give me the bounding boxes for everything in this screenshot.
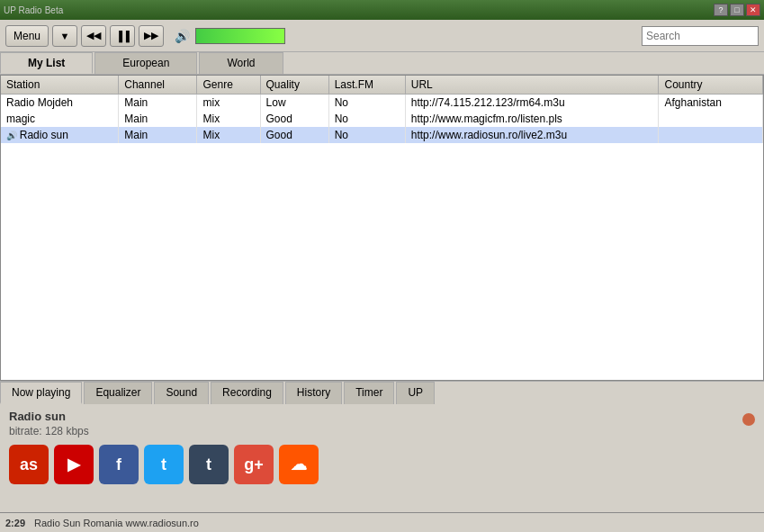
cell-lastfm: No bbox=[328, 111, 405, 127]
cell-channel: Main bbox=[119, 127, 197, 143]
col-quality: Quality bbox=[260, 76, 328, 95]
social-icons: as▶fttg+☁ bbox=[9, 445, 755, 484]
tab-recording[interactable]: Recording bbox=[211, 382, 283, 404]
volume-bar[interactable] bbox=[195, 28, 285, 44]
cell-quality: Good bbox=[260, 111, 328, 127]
cell-country bbox=[659, 111, 763, 127]
col-country: Country bbox=[659, 76, 763, 95]
tumblr-icon[interactable]: t bbox=[189, 445, 229, 484]
table-row[interactable]: magicMainMixGoodNohttp://www.magicfm.ro/… bbox=[1, 111, 763, 127]
twitter-icon[interactable]: t bbox=[144, 445, 184, 484]
next-button[interactable]: ▶▶ bbox=[139, 25, 164, 47]
prev-button[interactable]: ◀◀ bbox=[81, 25, 106, 47]
menu-button[interactable]: Menu bbox=[5, 25, 49, 47]
maximize-button[interactable]: □ bbox=[730, 4, 744, 16]
dropdown-button[interactable]: ▼ bbox=[52, 25, 77, 47]
station-table: Station Channel Genre Quality Last.FM UR… bbox=[1, 76, 763, 143]
app-subtitle: Beta bbox=[45, 5, 64, 15]
cell-channel: Main bbox=[119, 111, 197, 127]
status-text: Radio Sun Romania www.radiosun.ro bbox=[34, 518, 759, 528]
pause-button[interactable]: ▐▐ bbox=[110, 25, 135, 47]
tab-european[interactable]: European bbox=[94, 52, 197, 74]
station-table-container: Station Channel Genre Quality Last.FM UR… bbox=[0, 75, 764, 381]
cell-genre: Mix bbox=[197, 111, 260, 127]
playing-icon: 🔊 bbox=[6, 131, 20, 140]
cell-lastfm: No bbox=[328, 127, 405, 143]
cell-url: http://www.magicfm.ro/listen.pls bbox=[405, 111, 659, 127]
cell-genre: Mix bbox=[197, 127, 260, 143]
station-list: Radio MojdehMainmixLowNohttp://74.115.21… bbox=[1, 95, 763, 144]
bottom-tabs: Now playing Equalizer Sound Recording Hi… bbox=[0, 381, 764, 404]
tab-world[interactable]: World bbox=[199, 52, 283, 74]
facebook-icon[interactable]: f bbox=[99, 445, 139, 484]
station-name: 🔊 Radio sun bbox=[1, 127, 119, 143]
table-header-row: Station Channel Genre Quality Last.FM UR… bbox=[1, 76, 763, 95]
cell-quality: Good bbox=[260, 127, 328, 143]
col-channel: Channel bbox=[119, 76, 197, 95]
soundcloud-icon[interactable]: ☁ bbox=[279, 445, 319, 484]
station-name: Radio Mojdeh bbox=[1, 95, 119, 112]
cell-genre: mix bbox=[197, 95, 260, 112]
app-name: UP Radio bbox=[4, 5, 42, 15]
minimize-button[interactable]: ? bbox=[714, 4, 728, 16]
title-controls: ? □ ✕ bbox=[714, 4, 760, 16]
tab-up[interactable]: UP bbox=[396, 382, 435, 404]
cell-url: http://www.radiosun.ro/live2.m3u bbox=[405, 127, 659, 143]
station-name: magic bbox=[1, 111, 119, 127]
tab-equalizer[interactable]: Equalizer bbox=[84, 382, 152, 404]
table-row[interactable]: 🔊 Radio sunMainMixGoodNohttp://www.radio… bbox=[1, 127, 763, 143]
status-bar: 2:29 Radio Sun Romania www.radiosun.ro bbox=[0, 512, 764, 532]
now-playing-title: Radio sun bbox=[9, 410, 755, 423]
youtube-icon[interactable]: ▶ bbox=[54, 445, 94, 484]
tab-timer[interactable]: Timer bbox=[344, 382, 394, 404]
cell-country: Afghanistan bbox=[659, 95, 763, 112]
tab-now-playing[interactable]: Now playing bbox=[0, 382, 82, 404]
list-tabs: My List European World bbox=[0, 52, 764, 75]
cell-channel: Main bbox=[119, 95, 197, 112]
cell-url: http://74.115.212.123/rm64.m3u bbox=[405, 95, 659, 112]
now-playing-panel: Radio sun bitrate: 128 kbps as▶fttg+☁ bbox=[0, 404, 764, 512]
volume-icon: 🔊 bbox=[175, 29, 190, 43]
table-row[interactable]: Radio MojdehMainmixLowNohttp://74.115.21… bbox=[1, 95, 763, 112]
title-bar: UP Radio Beta ? □ ✕ bbox=[0, 0, 764, 20]
app-title: UP Radio Beta bbox=[4, 5, 63, 15]
toolbar: Menu ▼ ◀◀ ▐▐ ▶▶ 🔊 bbox=[0, 20, 764, 52]
bitrate-info: bitrate: 128 kbps bbox=[9, 425, 755, 437]
search-input[interactable] bbox=[642, 26, 759, 46]
tab-history[interactable]: History bbox=[285, 382, 342, 404]
gplus-icon[interactable]: g+ bbox=[234, 445, 274, 484]
tab-sound[interactable]: Sound bbox=[154, 382, 209, 404]
cell-lastfm: No bbox=[328, 95, 405, 112]
cell-quality: Low bbox=[260, 95, 328, 112]
lastfm-icon[interactable]: as bbox=[9, 445, 49, 484]
col-url: URL bbox=[405, 76, 659, 95]
cell-country bbox=[659, 127, 763, 143]
col-station: Station bbox=[1, 76, 119, 95]
status-time: 2:29 bbox=[5, 518, 25, 528]
close-button[interactable]: ✕ bbox=[746, 4, 760, 16]
tab-my-list[interactable]: My List bbox=[0, 52, 93, 74]
error-indicator bbox=[742, 413, 755, 426]
col-lastfm: Last.FM bbox=[328, 76, 405, 95]
col-genre: Genre bbox=[197, 76, 260, 95]
